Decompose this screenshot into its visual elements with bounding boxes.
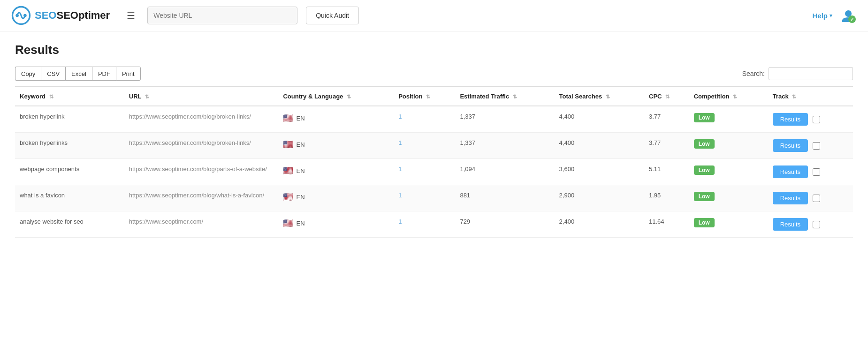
track-checkbox[interactable]	[813, 221, 820, 228]
col-estimated-traffic[interactable]: Estimated Traffic ⇅	[455, 87, 554, 106]
country-cell: 🇺🇸 EN	[278, 133, 394, 159]
searches-cell: 4,400	[555, 133, 644, 159]
url-cell: https://www.seoptimer.com/blog/broken-li…	[124, 133, 279, 159]
flag-icon: 🇺🇸	[283, 192, 293, 202]
keyword-cell: broken hyperlinks	[15, 133, 124, 159]
competition-cell: Low	[689, 106, 768, 133]
traffic-cell: 881	[455, 185, 554, 211]
logo-area: SEOSEOptimer	[11, 6, 110, 25]
results-button[interactable]: Results	[773, 218, 808, 231]
cpc-cell: 3.77	[644, 106, 689, 133]
excel-button[interactable]: Excel	[65, 67, 92, 81]
track-checkbox[interactable]	[813, 195, 820, 202]
results-button[interactable]: Results	[773, 139, 808, 152]
table-row: what is a favicon https://www.seoptimer.…	[15, 185, 853, 211]
logo-icon	[11, 6, 31, 25]
searches-cell: 4,400	[555, 106, 644, 133]
url-cell: https://www.seoptimer.com/	[124, 211, 279, 238]
country-cell: 🇺🇸 EN	[278, 211, 394, 238]
track-checkbox[interactable]	[813, 142, 820, 150]
track-cell: Results	[768, 211, 853, 238]
searches-cell: 2,900	[555, 185, 644, 211]
quick-audit-button[interactable]: Quick Audit	[306, 7, 359, 24]
keyword-cell: broken hyperlink	[15, 106, 124, 133]
table-row: broken hyperlinks https://www.seoptimer.…	[15, 133, 853, 159]
keyword-cell: what is a favicon	[15, 185, 124, 211]
traffic-cell: 1,094	[455, 159, 554, 185]
table-header-row: Keyword ⇅ URL ⇅ Country & Language ⇅ Pos…	[15, 87, 853, 106]
language-code: EN	[296, 115, 305, 122]
keyword-cell: analyse website for seo	[15, 211, 124, 238]
main-content: Results Copy CSV Excel PDF Print Search:…	[0, 31, 868, 249]
flag-icon: 🇺🇸	[283, 113, 293, 123]
svg-text:✓: ✓	[850, 17, 854, 22]
position-cell: 1	[394, 106, 455, 133]
searches-cell: 3,600	[555, 159, 644, 185]
competition-badge: Low	[694, 218, 715, 227]
flag-icon: 🇺🇸	[283, 139, 293, 150]
table-row: analyse website for seo https://www.seop…	[15, 211, 853, 238]
svg-point-2	[23, 14, 27, 17]
position-cell: 1	[394, 159, 455, 185]
col-cpc[interactable]: CPC ⇅	[644, 87, 689, 106]
track-checkbox[interactable]	[813, 116, 820, 123]
results-button[interactable]: Results	[773, 192, 808, 204]
table-row: webpage components https://www.seoptimer…	[15, 159, 853, 185]
col-url[interactable]: URL ⇅	[124, 87, 279, 106]
language-code: EN	[296, 167, 305, 174]
search-label: Search:	[742, 70, 765, 77]
traffic-cell: 1,337	[455, 106, 554, 133]
url-cell: https://www.seoptimer.com/blog/what-is-a…	[124, 185, 279, 211]
track-cell: Results	[768, 159, 853, 185]
results-table-wrapper: Keyword ⇅ URL ⇅ Country & Language ⇅ Pos…	[15, 86, 853, 238]
results-button[interactable]: Results	[773, 165, 808, 178]
copy-button[interactable]: Copy	[15, 67, 41, 81]
position-cell: 1	[394, 185, 455, 211]
competition-cell: Low	[689, 211, 768, 238]
col-position[interactable]: Position ⇅	[394, 87, 455, 106]
url-input[interactable]	[147, 7, 297, 24]
track-checkbox[interactable]	[813, 168, 820, 176]
competition-cell: Low	[689, 159, 768, 185]
table-row: broken hyperlink https://www.seoptimer.c…	[15, 106, 853, 133]
track-cell: Results	[768, 185, 853, 211]
help-chevron-icon: ▾	[830, 13, 832, 19]
pdf-button[interactable]: PDF	[92, 67, 116, 81]
track-cell: Results	[768, 133, 853, 159]
competition-badge: Low	[694, 192, 715, 201]
hamburger-menu[interactable]: ☰	[123, 8, 139, 23]
print-button[interactable]: Print	[116, 67, 141, 81]
competition-badge: Low	[694, 113, 715, 122]
user-icon[interactable]: ✓	[840, 7, 857, 24]
language-code: EN	[296, 141, 305, 148]
country-cell: 🇺🇸 EN	[278, 106, 394, 133]
results-button[interactable]: Results	[773, 113, 808, 126]
svg-point-1	[15, 14, 19, 17]
csv-button[interactable]: CSV	[41, 67, 65, 81]
traffic-cell: 1,337	[455, 133, 554, 159]
help-link[interactable]: Help ▾	[812, 12, 832, 20]
language-code: EN	[296, 220, 305, 227]
cpc-cell: 11.64	[644, 211, 689, 238]
col-competition[interactable]: Competition ⇅	[689, 87, 768, 106]
competition-cell: Low	[689, 185, 768, 211]
search-input[interactable]	[769, 67, 853, 80]
cpc-cell: 3.77	[644, 133, 689, 159]
competition-badge: Low	[694, 165, 715, 175]
header-right: Help ▾ ✓	[812, 7, 857, 24]
country-cell: 🇺🇸 EN	[278, 159, 394, 185]
results-table: Keyword ⇅ URL ⇅ Country & Language ⇅ Pos…	[15, 86, 853, 238]
col-track[interactable]: Track ⇅	[768, 87, 853, 106]
position-cell: 1	[394, 133, 455, 159]
keyword-cell: webpage components	[15, 159, 124, 185]
col-keyword[interactable]: Keyword ⇅	[15, 87, 124, 106]
search-area: Search:	[742, 67, 853, 80]
url-cell: https://www.seoptimer.com/blog/broken-li…	[124, 106, 279, 133]
country-cell: 🇺🇸 EN	[278, 185, 394, 211]
traffic-cell: 729	[455, 211, 554, 238]
col-country-language[interactable]: Country & Language ⇅	[278, 87, 394, 106]
page-title: Results	[15, 43, 853, 57]
toolbar: Copy CSV Excel PDF Print Search:	[15, 67, 853, 81]
col-total-searches[interactable]: Total Searches ⇅	[555, 87, 644, 106]
position-cell: 1	[394, 211, 455, 238]
